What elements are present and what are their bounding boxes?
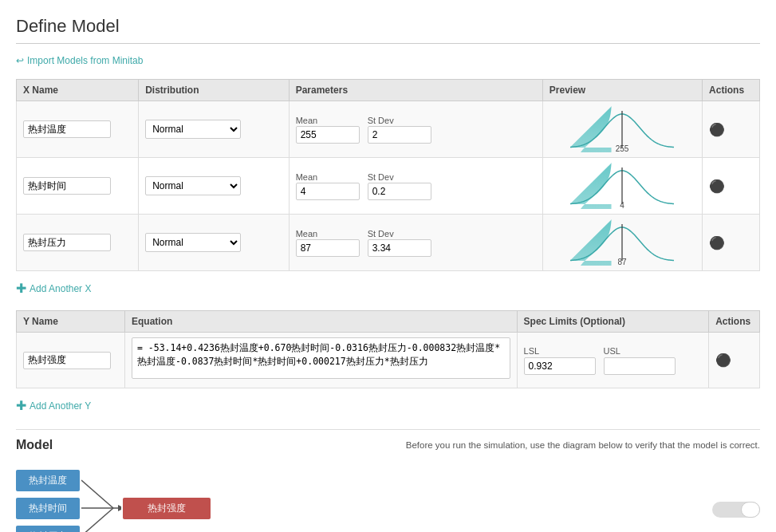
lsl-label: LSL	[524, 346, 596, 356]
mean-input[interactable]	[296, 183, 360, 200]
params-cell: Mean St Dev	[289, 158, 542, 215]
stdev-label: St Dev	[368, 116, 431, 125]
stdev-input[interactable]	[368, 183, 431, 200]
params-cell: Mean St Dev	[289, 101, 542, 158]
distribution-cell: Normal Lognormal Uniform Triangular	[139, 215, 290, 271]
page-title: Define Model	[16, 16, 760, 44]
actions-header-x: Actions	[703, 80, 760, 101]
x-model-box: 热封压力	[16, 526, 80, 532]
spec-limits-header: Spec Limits (Optional)	[517, 311, 709, 333]
distribution-select[interactable]: Normal Lognormal Uniform Triangular	[145, 176, 241, 195]
x-model-box: 热封温度	[16, 470, 80, 491]
spec-limits-cell: LSL USL	[517, 333, 709, 388]
add-another-y-button[interactable]: ✚ Add Another Y	[16, 393, 91, 418]
model-section: Model Before you run the simulation, use…	[16, 429, 760, 532]
actions-cell-x: ⚫	[703, 158, 760, 215]
x-name-header: X Name	[17, 80, 139, 101]
x-model-box: 热封时间	[16, 498, 80, 519]
x-table-row: Normal Lognormal Uniform Triangular Mean…	[17, 158, 760, 215]
plus-icon-x: ✚	[16, 281, 26, 296]
stdev-label: St Dev	[368, 172, 431, 182]
mean-label: Mean	[296, 116, 360, 125]
add-another-y-label: Add Another Y	[30, 400, 91, 412]
distribution-cell: Normal Lognormal Uniform Triangular	[139, 158, 290, 215]
x-name-input[interactable]	[23, 120, 111, 138]
delete-x-button[interactable]: ⚫	[709, 122, 725, 137]
y-box: 热封强度	[123, 498, 211, 519]
mean-label: Mean	[296, 229, 360, 238]
import-arrow-icon: ↩	[16, 55, 24, 66]
svg-marker-0	[570, 106, 612, 152]
add-another-x-button[interactable]: ✚ Add Another X	[16, 276, 91, 301]
model-header: Model Before you run the simulation, use…	[16, 438, 760, 452]
svg-line-11	[81, 508, 113, 532]
equation-textarea[interactable]: = -53.14+0.4236热封温度+0.670热封时间-0.0316热封压力…	[132, 337, 510, 379]
x-name-cell	[17, 101, 139, 158]
y-table-row: = -53.14+0.4236热封温度+0.670热封时间-0.0316热封压力…	[17, 333, 760, 388]
x-table-row: Normal Lognormal Uniform Triangular Mean…	[17, 101, 760, 158]
svg-text:255: 255	[616, 144, 629, 152]
add-another-x-label: Add Another X	[30, 283, 91, 294]
stdev-input[interactable]	[368, 126, 431, 144]
svg-text:4: 4	[620, 201, 625, 209]
mean-input[interactable]	[296, 126, 360, 144]
model-note: Before you run the simulation, use the d…	[406, 440, 760, 450]
svg-text:87: 87	[618, 258, 628, 266]
lsl-input[interactable]	[524, 357, 596, 375]
toggle-thumb	[741, 502, 760, 518]
svg-line-9	[81, 480, 113, 508]
delete-x-button[interactable]: ⚫	[709, 179, 725, 194]
stdev-label: St Dev	[368, 229, 431, 238]
actions-header-y: Actions	[709, 311, 760, 333]
preview-cell: 4	[542, 158, 702, 215]
x-name-cell	[17, 158, 139, 215]
svg-marker-6	[570, 219, 612, 266]
y-name-header: Y Name	[17, 311, 125, 333]
bell-curve-svg: 87	[570, 219, 674, 266]
distribution-select[interactable]: Normal Lognormal Uniform Triangular	[145, 233, 241, 252]
toggle-area	[712, 499, 760, 518]
toggle-track[interactable]	[712, 502, 760, 518]
distribution-header: Distribution	[139, 80, 290, 101]
y-name-input[interactable]	[23, 352, 111, 369]
usl-label: USL	[604, 346, 676, 356]
preview-cell: 255	[542, 101, 702, 158]
x-table-row: Normal Lognormal Uniform Triangular Mean…	[17, 215, 760, 271]
page-container: Define Model ↩ Import Models from Minita…	[0, 0, 776, 532]
y-name-cell	[17, 333, 125, 388]
delete-y-button[interactable]: ⚫	[715, 353, 731, 368]
equation-cell: = -53.14+0.4236热封温度+0.670热封时间-0.0316热封压力…	[124, 333, 517, 388]
connector-svg	[81, 468, 121, 532]
x-name-input[interactable]	[23, 177, 111, 195]
params-cell: Mean St Dev	[289, 215, 542, 271]
actions-cell-x: ⚫	[703, 215, 760, 271]
x-name-cell	[17, 215, 139, 271]
svg-marker-3	[570, 163, 612, 209]
usl-input[interactable]	[604, 357, 676, 375]
bell-curve-svg: 4	[570, 163, 674, 209]
plus-icon-y: ✚	[16, 398, 26, 413]
x-table: X Name Distribution Parameters Preview A…	[16, 79, 760, 271]
model-diagram: 热封温度热封时间热封压力 热封强度	[16, 460, 760, 532]
x-boxes-container: 热封温度热封时间热封压力	[16, 470, 80, 532]
import-link[interactable]: ↩ Import Models from Minitab	[16, 55, 760, 66]
equation-header: Equation	[124, 311, 517, 333]
distribution-cell: Normal Lognormal Uniform Triangular	[139, 101, 290, 158]
x-name-input[interactable]	[23, 234, 111, 251]
svg-marker-13	[118, 505, 121, 511]
import-link-label: Import Models from Minitab	[27, 55, 143, 66]
bell-curve-svg: 255	[570, 106, 674, 152]
mean-input[interactable]	[296, 239, 360, 257]
actions-cell-y: ⚫	[709, 333, 760, 388]
preview-cell: 87	[542, 215, 702, 271]
y-table: Y Name Equation Spec Limits (Optional) A…	[16, 310, 760, 388]
distribution-select[interactable]: Normal Lognormal Uniform Triangular	[145, 120, 241, 139]
mean-label: Mean	[296, 172, 360, 182]
model-title: Model	[16, 438, 53, 452]
parameters-header: Parameters	[289, 80, 542, 101]
delete-x-button[interactable]: ⚫	[709, 235, 725, 250]
actions-cell-x: ⚫	[703, 101, 760, 158]
preview-header: Preview	[542, 80, 702, 101]
stdev-input[interactable]	[368, 239, 431, 257]
